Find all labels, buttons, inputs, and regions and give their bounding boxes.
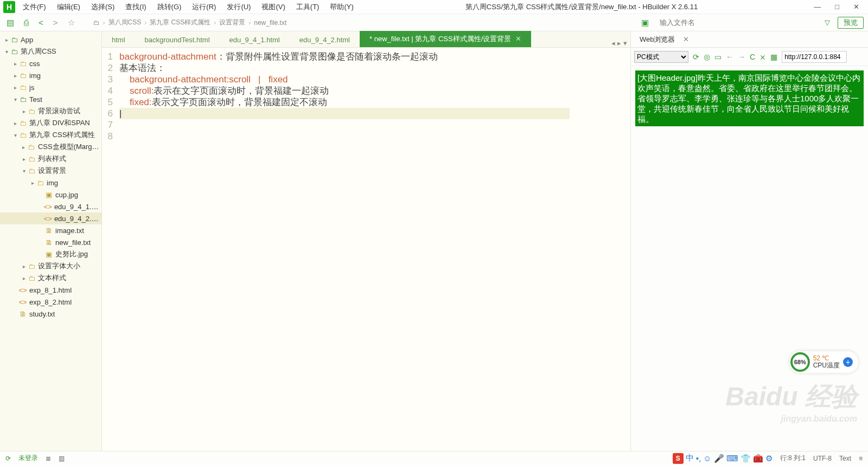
editor-tab[interactable]: edu_9_4_2.html <box>290 33 360 47</box>
chevron-right-icon[interactable]: ▸ <box>21 263 27 269</box>
browser-url-input[interactable] <box>782 51 847 63</box>
tab-scroll-left-icon[interactable]: ◂ <box>611 39 615 47</box>
ime-mic-icon[interactable]: 🎤 <box>714 454 724 463</box>
sync-icon[interactable]: ⟳ <box>5 455 11 462</box>
tree-row[interactable]: ▸🗀img <box>0 69 101 81</box>
tree-row[interactable]: <>edu_9_4_1.html <box>0 201 101 212</box>
nav-forward-icon[interactable]: > <box>51 18 60 27</box>
browser-viewport[interactable]: [大图Header.jpg]昨天上午，南京国际博览中心金陵会议中心内欢声笑语，春… <box>631 66 868 451</box>
tree-row[interactable]: ▸🗀设置字体大小 <box>0 260 101 272</box>
preview-button[interactable]: 预览 <box>838 17 864 29</box>
tree-row[interactable]: 🗎new_file.txt <box>0 236 101 248</box>
stop-icon[interactable]: ⨯ <box>760 53 766 61</box>
window-icon[interactable]: ▭ <box>714 53 722 61</box>
browser-forward-icon[interactable]: → <box>738 53 745 61</box>
tree-row[interactable]: 🗎study.txt <box>0 308 101 320</box>
menu-icon[interactable]: ≡ <box>859 455 863 462</box>
browser-back-icon[interactable]: ← <box>726 53 733 61</box>
file-name-input[interactable] <box>656 17 819 28</box>
tree-row[interactable]: ▾🗀Test <box>0 93 101 105</box>
ime-lang-icon[interactable]: 中 <box>686 453 694 463</box>
tree-row[interactable]: ▸🗀列表样式 <box>0 153 101 165</box>
chevron-right-icon[interactable]: ▸ <box>12 73 18 79</box>
tree-row[interactable]: ▾🗀第八周CSS <box>0 46 101 57</box>
ime-skin-icon[interactable]: 👕 <box>741 454 751 463</box>
browser-tab-close-icon[interactable]: ✕ <box>683 35 689 43</box>
code-line[interactable]: | <box>119 108 570 119</box>
qr-icon[interactable]: ▦ <box>770 53 777 61</box>
tab-close-icon[interactable]: ✕ <box>515 35 521 43</box>
code-line[interactable]: fixed:表示文字页面滚动时，背景福建固定不滚动 <box>119 96 570 108</box>
tree-row[interactable]: <>exp_8_1.html <box>0 284 101 296</box>
menu-item-9[interactable]: 帮助(Y) <box>326 1 358 13</box>
menu-item-3[interactable]: 查找(I) <box>121 1 150 13</box>
menu-item-1[interactable]: 编辑(E) <box>53 1 85 13</box>
tree-row[interactable]: ▾🗀设置背景 <box>0 165 101 177</box>
menu-item-4[interactable]: 跳转(G) <box>153 1 186 13</box>
chevron-right-icon[interactable]: ▸ <box>12 85 18 91</box>
tree-row[interactable]: ▸🗀第八章 DIV和SPAN <box>0 117 101 129</box>
crumb-0[interactable]: 第八周CSS <box>108 18 142 27</box>
tree-row[interactable]: ▸🗀css <box>0 57 101 69</box>
chevron-down-icon[interactable]: ▾ <box>12 132 18 138</box>
code-lines[interactable]: background-attachment：背景附件属性设置背景图像是否随着滚动… <box>117 48 570 451</box>
chevron-right-icon[interactable]: ▸ <box>12 120 18 126</box>
editor-tab[interactable]: backgroundTest.html <box>135 33 220 47</box>
tree-row[interactable]: <>exp_8_2.html <box>0 296 101 308</box>
menu-item-5[interactable]: 运行(R) <box>188 1 220 13</box>
menu-item-6[interactable]: 发行(U) <box>222 1 255 13</box>
target-icon[interactable]: ◎ <box>704 53 710 61</box>
tree-row[interactable]: ▸🗀背景滚动尝试 <box>0 105 101 117</box>
code-line[interactable]: background-attachment:scroll | fixed <box>119 74 570 85</box>
tab-list-icon[interactable]: ▾ <box>623 39 627 47</box>
chevron-down-icon[interactable]: ▾ <box>3 49 10 55</box>
filter-icon[interactable]: ▽ <box>825 18 830 27</box>
ime-keyboard-icon[interactable]: ⌨ <box>726 454 738 463</box>
menu-item-0[interactable]: 文件(F) <box>18 1 50 13</box>
encoding[interactable]: UTF-8 <box>813 455 832 462</box>
crumb-1[interactable]: 第九章 CSS样式属性 <box>150 18 210 27</box>
save-icon[interactable]: ⎙ <box>22 18 31 27</box>
code-line[interactable]: 基本语法： <box>119 62 570 74</box>
new-file-icon[interactable]: ▤ <box>4 18 16 28</box>
tree-row[interactable]: ▣史努比.jpg <box>0 248 101 260</box>
ime-bar[interactable]: S 中 •, ☺ 🎤 ⌨ 👕 🧰 ⚙ <box>673 453 773 464</box>
chevron-down-icon[interactable]: ▾ <box>12 96 18 102</box>
chevron-right-icon[interactable]: ▸ <box>21 156 27 162</box>
chevron-right-icon[interactable]: ▸ <box>21 275 27 281</box>
editor-tab[interactable]: html <box>102 33 135 47</box>
terminal-icon[interactable]: ▣ <box>639 18 651 28</box>
close-button[interactable]: ✕ <box>853 3 859 11</box>
editor-tab[interactable]: * new_file.txt | 第九章 CSS样式属性/设置背景✕ <box>360 31 531 47</box>
cpu-widget[interactable]: 68% 52 ℃ CPU温度 + <box>789 351 858 373</box>
chevron-right-icon[interactable]: ▸ <box>3 37 10 43</box>
code-area[interactable]: 12345678 background-attachment：背景附件属性设置背… <box>102 48 630 451</box>
tree-row[interactable]: ▸🗀文本样式 <box>0 272 101 284</box>
chevron-right-icon[interactable]: ▸ <box>21 144 27 150</box>
tree-row[interactable]: ▸🗀App <box>0 34 101 46</box>
cpu-plus-icon[interactable]: + <box>843 357 853 367</box>
code-line[interactable]: background-attachment：背景附件属性设置背景图像是否随着滚动… <box>119 51 570 62</box>
list-icon[interactable]: ≣ <box>46 455 51 462</box>
refresh-icon[interactable]: ⟳ <box>693 53 699 61</box>
chevron-right-icon[interactable]: ▸ <box>29 180 36 186</box>
crumb-3[interactable]: new_file.txt <box>254 19 286 27</box>
chevron-right-icon[interactable]: ▸ <box>21 108 27 114</box>
nav-back-icon[interactable]: < <box>36 18 46 27</box>
ime-settings-icon[interactable]: ⚙ <box>765 454 773 463</box>
minimize-button[interactable]: — <box>814 3 821 11</box>
tree-row[interactable]: <>edu_9_4_2.html <box>0 212 101 224</box>
crumb-2[interactable]: 设置背景 <box>219 18 245 27</box>
tree-row[interactable]: ▸🗀CSS盒模型(Margi... <box>0 141 101 153</box>
chevron-down-icon[interactable]: ▾ <box>21 168 27 174</box>
reload-icon[interactable]: C <box>750 53 755 61</box>
chevron-right-icon[interactable]: ▸ <box>12 61 18 67</box>
maximize-button[interactable]: □ <box>835 3 839 11</box>
language-mode[interactable]: Text <box>839 455 851 462</box>
ime-punct-icon[interactable]: •, <box>696 454 701 463</box>
menu-item-7[interactable]: 视图(V) <box>257 1 289 13</box>
tree-row[interactable]: ▾🗀第九章 CSS样式属性 <box>0 129 101 141</box>
star-icon[interactable]: ☆ <box>66 18 77 28</box>
tree-row[interactable]: ▸🗀img <box>0 177 101 189</box>
editor-tab[interactable]: edu_9_4_1.html <box>220 33 290 47</box>
